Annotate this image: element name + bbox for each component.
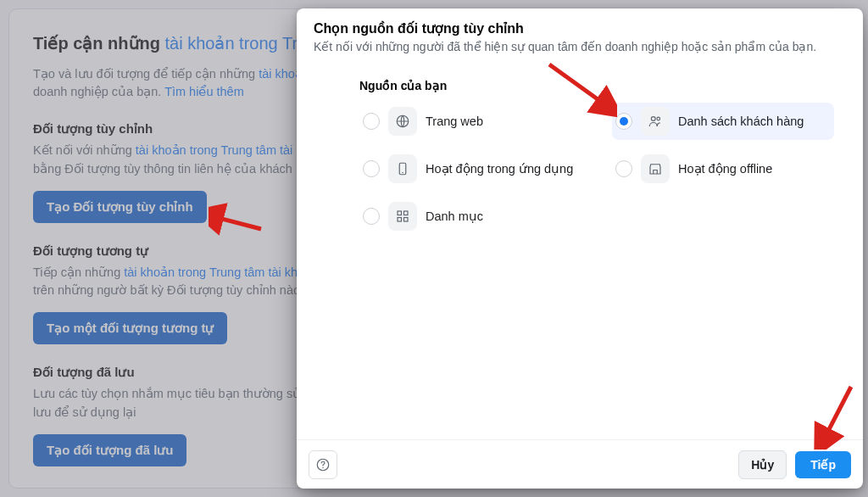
modal-body: Nguồn của bạn Trang web Danh sách khách … [297,59,863,439]
svg-point-1 [651,117,655,121]
svg-rect-8 [404,218,409,222]
custom-audience-source-modal: Chọn nguồn đối tượng tùy chỉnh Kết nối v… [297,8,863,489]
phone-icon [388,154,417,183]
source-grid: Trang web Danh sách khách hàng Hoạt động… [359,103,834,235]
source-option-website[interactable]: Trang web [359,103,581,140]
source-label: Trang web [426,114,483,128]
source-label: Danh sách khách hàng [678,114,804,128]
modal-header: Chọn nguồn đối tượng tùy chỉnh Kết nối v… [297,8,863,59]
help-button[interactable] [309,450,337,479]
modal-footer: Hủy Tiếp [297,439,863,489]
source-option-offline-activity[interactable]: Hoạt động offline [612,150,834,187]
svg-point-2 [657,117,660,120]
grid-icon [388,202,417,231]
svg-rect-7 [398,218,402,222]
radio-icon [363,160,380,177]
cancel-button[interactable]: Hủy [738,450,787,479]
users-icon [641,107,670,136]
svg-rect-5 [398,211,402,215]
modal-title: Chọn nguồn đối tượng tùy chỉnh [314,20,846,36]
source-group-label: Nguồn của bạn [359,79,834,92]
source-label: Danh mục [426,209,483,223]
source-option-customer-list[interactable]: Danh sách khách hàng [612,103,834,140]
help-icon [315,457,331,472]
source-option-catalog[interactable]: Danh mục [359,198,581,235]
radio-icon [615,160,632,177]
store-icon [641,154,670,183]
source-label: Hoạt động offline [678,162,772,176]
modal-subtitle: Kết nối với những người đã thể hiện sự q… [314,40,846,53]
source-label: Hoạt động trong ứng dụng [426,162,573,176]
radio-icon [615,113,632,130]
globe-icon [388,107,417,136]
svg-rect-6 [404,211,409,215]
radio-icon [363,113,380,130]
radio-icon [363,208,380,225]
svg-point-10 [322,466,324,468]
source-option-app-activity[interactable]: Hoạt động trong ứng dụng [359,150,581,187]
next-button[interactable]: Tiếp [795,451,851,478]
